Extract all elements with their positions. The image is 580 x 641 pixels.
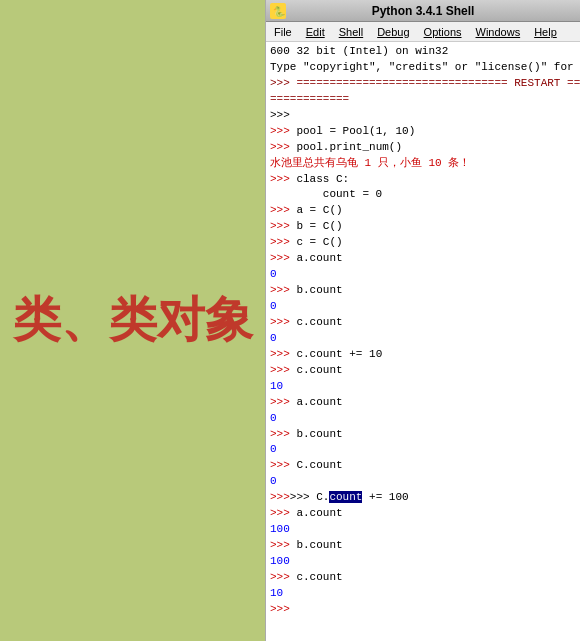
shell-line: >>> c.count bbox=[270, 315, 576, 331]
shell-line: >>> b.count bbox=[270, 538, 576, 554]
shell-line: 0 bbox=[270, 331, 576, 347]
shell-line: >>> a.count bbox=[270, 506, 576, 522]
shell-line: >>> a.count bbox=[270, 395, 576, 411]
shell-line: >>> c.count bbox=[270, 570, 576, 586]
menu-help[interactable]: Help bbox=[530, 25, 561, 39]
shell-content[interactable]: 600 32 bit (Intel) on win32Type "copyrig… bbox=[266, 42, 580, 641]
shell-line: 0 bbox=[270, 442, 576, 458]
svg-text:🐍: 🐍 bbox=[273, 5, 286, 18]
menu-shell[interactable]: Shell bbox=[335, 25, 367, 39]
shell-line: 0 bbox=[270, 474, 576, 490]
shell-line: >>> a.count bbox=[270, 251, 576, 267]
shell-line: >>> c.count += 10 bbox=[270, 347, 576, 363]
shell-line: >>> c = C() bbox=[270, 235, 576, 251]
menu-windows[interactable]: Windows bbox=[472, 25, 525, 39]
menu-options[interactable]: Options bbox=[420, 25, 466, 39]
shell-line: Type "copyright", "credits" or "license(… bbox=[270, 60, 576, 76]
menu-debug[interactable]: Debug bbox=[373, 25, 413, 39]
shell-line: >>> b = C() bbox=[270, 219, 576, 235]
shell-line: 0 bbox=[270, 411, 576, 427]
menu-file[interactable]: File bbox=[270, 25, 296, 39]
shell-line: 10 bbox=[270, 379, 576, 395]
shell-line: >>> a = C() bbox=[270, 203, 576, 219]
left-panel-text: 类、类对象 bbox=[13, 289, 253, 351]
shell-line: 600 32 bit (Intel) on win32 bbox=[270, 44, 576, 60]
left-panel: 类、类对象 bbox=[0, 0, 265, 641]
shell-line: >>> class C: bbox=[270, 172, 576, 188]
python-shell-window: 🐍 Python 3.4.1 Shell File Edit Shell Deb… bbox=[265, 0, 580, 641]
shell-line: 0 bbox=[270, 299, 576, 315]
shell-line: ============ bbox=[270, 92, 576, 108]
shell-line: >>> pool.print_num() bbox=[270, 140, 576, 156]
menu-edit[interactable]: Edit bbox=[302, 25, 329, 39]
shell-line: >>> b.count bbox=[270, 283, 576, 299]
shell-line: 10 bbox=[270, 586, 576, 602]
window-title: Python 3.4.1 Shell bbox=[372, 4, 475, 18]
shell-line: >>> ================================ RES… bbox=[270, 76, 576, 92]
shell-line: >>> C.count bbox=[270, 458, 576, 474]
shell-line: >>> c.count bbox=[270, 363, 576, 379]
shell-line: >>> b.count bbox=[270, 427, 576, 443]
shell-line: 100 bbox=[270, 522, 576, 538]
python-icon: 🐍 bbox=[270, 3, 286, 19]
title-bar: 🐍 Python 3.4.1 Shell bbox=[266, 0, 580, 22]
shell-line: >>>>>> C.count += 100 bbox=[270, 490, 576, 506]
shell-line: >>> bbox=[270, 108, 576, 124]
shell-line: >>> bbox=[270, 602, 576, 618]
menu-bar: File Edit Shell Debug Options Windows He… bbox=[266, 22, 580, 42]
shell-line: count = 0 bbox=[270, 187, 576, 203]
shell-line: 0 bbox=[270, 267, 576, 283]
shell-line: >>> pool = Pool(1, 10) bbox=[270, 124, 576, 140]
shell-line: 100 bbox=[270, 554, 576, 570]
shell-line: 水池里总共有乌龟 1 只，小鱼 10 条！ bbox=[270, 156, 576, 172]
